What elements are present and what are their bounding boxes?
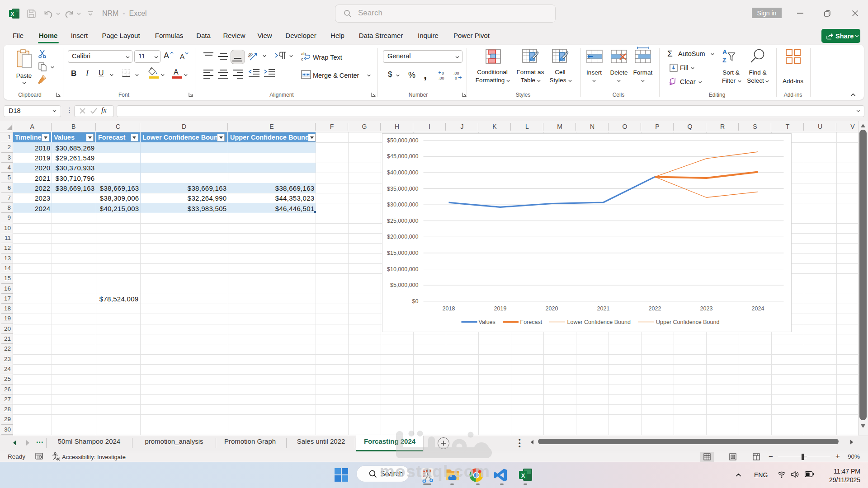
svg-text:.00: .00 xyxy=(453,71,459,75)
svg-text:$20,000,000: $20,000,000 xyxy=(387,234,418,240)
svg-text:Z: Z xyxy=(722,56,726,64)
svg-text:Upper Confidence Bound: Upper Confidence Bound xyxy=(656,319,719,325)
svg-text:0: 0 xyxy=(442,71,444,75)
svg-text:2021: 2021 xyxy=(597,305,609,311)
svg-text:0: 0 xyxy=(455,76,457,80)
svg-text:2023: 2023 xyxy=(700,305,712,311)
svg-text:Values: Values xyxy=(478,319,495,325)
svg-text:$10,000,000: $10,000,000 xyxy=(387,266,418,272)
svg-text:$15,000,000: $15,000,000 xyxy=(387,249,418,256)
svg-text:2019: 2019 xyxy=(494,305,506,311)
svg-text:X: X xyxy=(11,11,14,17)
svg-text:2024: 2024 xyxy=(751,305,764,311)
svg-text:c: c xyxy=(301,56,303,61)
svg-text:2020: 2020 xyxy=(545,305,558,311)
svg-text:$5,000,000: $5,000,000 xyxy=(390,282,418,288)
svg-text:$50,000,000: $50,000,000 xyxy=(387,137,418,143)
svg-text:.00: .00 xyxy=(439,76,444,80)
svg-text:2022: 2022 xyxy=(648,305,661,311)
svg-text:$25,000,000: $25,000,000 xyxy=(387,217,418,224)
svg-text:A: A xyxy=(722,48,727,56)
svg-text:$40,000,000: $40,000,000 xyxy=(387,169,418,175)
svg-text:$30,000,000: $30,000,000 xyxy=(387,202,418,208)
svg-text:2018: 2018 xyxy=(442,305,455,311)
svg-text:Forecast: Forecast xyxy=(520,319,542,325)
svg-text:$45,000,000: $45,000,000 xyxy=(387,153,418,160)
svg-text:$35,000,000: $35,000,000 xyxy=(387,185,418,192)
svg-text:$0: $0 xyxy=(412,298,418,304)
svg-text:X: X xyxy=(521,472,525,479)
svg-text:Lower Confidence Bound: Lower Confidence Bound xyxy=(567,319,630,325)
